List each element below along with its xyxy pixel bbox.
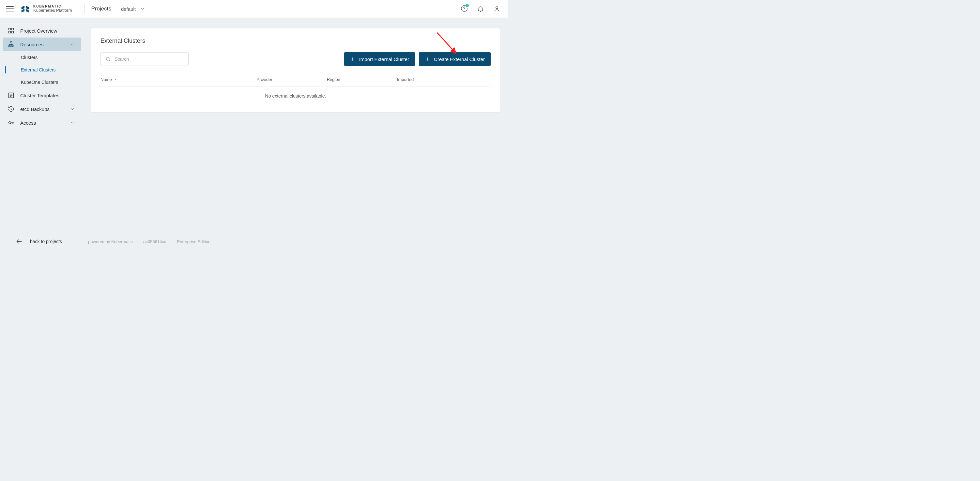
svg-line-24 <box>109 60 110 61</box>
template-icon <box>8 92 14 99</box>
empty-state-message: No external clusters available. <box>100 87 491 108</box>
back-to-projects-link[interactable]: back to projects <box>16 238 62 245</box>
svg-rect-10 <box>12 31 14 33</box>
svg-point-23 <box>107 57 109 61</box>
sidebar-sub-label: KubeOne Clusters <box>21 80 58 85</box>
plus-icon <box>350 56 355 62</box>
search-input[interactable]: Search <box>100 52 189 66</box>
sidebar-sub-label: Clusters <box>21 55 38 60</box>
sitemap-icon <box>8 41 14 48</box>
help-button[interactable] <box>461 5 468 13</box>
header-actions <box>461 5 504 13</box>
svg-rect-12 <box>8 46 10 47</box>
button-label: Create External Cluster <box>434 56 485 62</box>
column-header-region[interactable]: Region <box>327 77 397 82</box>
svg-point-19 <box>9 122 11 124</box>
logo-line2: Kubernetes Platform <box>33 8 72 13</box>
sidebar: Project Overview Resources Clusters Exte… <box>0 18 84 250</box>
svg-rect-9 <box>9 31 11 33</box>
footer-meta: powered by Kubermatic – gc058614cd – Ent… <box>88 239 210 244</box>
sort-asc-icon <box>114 78 117 81</box>
svg-rect-7 <box>9 29 11 30</box>
sidebar-item-cluster-templates[interactable]: Cluster Templates <box>3 88 81 102</box>
user-icon[interactable] <box>493 5 500 13</box>
search-placeholder: Search <box>115 56 129 62</box>
notification-dot <box>466 4 469 7</box>
svg-marker-1 <box>26 6 29 10</box>
column-header-name[interactable]: Name <box>100 77 256 82</box>
table-header: Name Provider Region Imported <box>100 75 491 87</box>
sidebar-item-project-overview[interactable]: Project Overview <box>3 24 81 38</box>
grid-icon <box>8 27 14 34</box>
sidebar-label: Access <box>20 120 36 126</box>
footer: back to projects powered by Kubermatic –… <box>0 233 508 250</box>
sidebar-label: Cluster Templates <box>20 93 59 98</box>
svg-point-5 <box>464 10 464 10</box>
key-icon <box>8 119 14 126</box>
page-title: External Clusters <box>100 38 491 45</box>
bell-icon[interactable] <box>477 5 484 13</box>
button-label: Import External Cluster <box>359 56 409 62</box>
breadcrumb-projects[interactable]: Projects <box>91 6 111 12</box>
plus-icon <box>425 56 430 62</box>
svg-rect-11 <box>10 42 12 43</box>
sidebar-label: Project Overview <box>20 28 57 33</box>
logo-text: KUBERMATIC Kubernetes Platform <box>33 5 72 13</box>
sidebar-item-etcd-backups[interactable]: etcd Backups <box>3 102 81 116</box>
svg-marker-0 <box>22 6 24 10</box>
search-icon <box>105 56 111 62</box>
column-header-provider[interactable]: Provider <box>256 77 326 82</box>
sidebar-sub-clusters[interactable]: Clusters <box>3 51 81 64</box>
project-name-label: default <box>121 6 136 12</box>
project-selector[interactable]: default <box>121 6 145 12</box>
column-header-imported[interactable]: Imported <box>397 77 491 82</box>
history-icon <box>8 106 14 112</box>
sidebar-item-access[interactable]: Access <box>3 116 81 129</box>
external-clusters-card: External Clusters Search Import External… <box>91 29 500 112</box>
top-header: KUBERMATIC Kubernetes Platform Projects … <box>0 0 508 18</box>
back-label: back to projects <box>30 239 62 244</box>
toolbar: Search Import External Cluster Create Ex… <box>100 52 491 66</box>
svg-rect-14 <box>13 46 14 47</box>
svg-rect-8 <box>12 29 14 30</box>
sidebar-label: etcd Backups <box>20 107 49 112</box>
logo[interactable]: KUBERMATIC Kubernetes Platform <box>20 4 72 14</box>
svg-marker-3 <box>26 9 29 13</box>
menu-toggle-button[interactable] <box>6 5 14 13</box>
chevron-down-icon <box>140 6 145 11</box>
chevron-up-icon <box>69 42 76 47</box>
sidebar-sub-external-clusters[interactable]: External Clusters <box>3 64 81 76</box>
chevron-down-icon <box>69 120 76 125</box>
svg-marker-2 <box>22 9 24 13</box>
chevron-down-icon <box>69 107 76 111</box>
import-external-cluster-button[interactable]: Import External Cluster <box>344 52 415 66</box>
sidebar-label: Resources <box>20 42 44 47</box>
svg-rect-13 <box>10 46 12 47</box>
create-external-cluster-button[interactable]: Create External Cluster <box>419 52 491 66</box>
sidebar-sub-kubeone-clusters[interactable]: KubeOne Clusters <box>3 76 81 88</box>
sidebar-item-resources[interactable]: Resources <box>3 38 81 51</box>
svg-point-6 <box>496 6 498 8</box>
kubermatic-logo-icon <box>20 4 30 14</box>
arrow-left-icon <box>16 238 23 245</box>
sidebar-sub-label: External Clusters <box>21 67 56 72</box>
main-content: External Clusters Search Import External… <box>84 18 508 233</box>
header-divider <box>84 4 85 14</box>
